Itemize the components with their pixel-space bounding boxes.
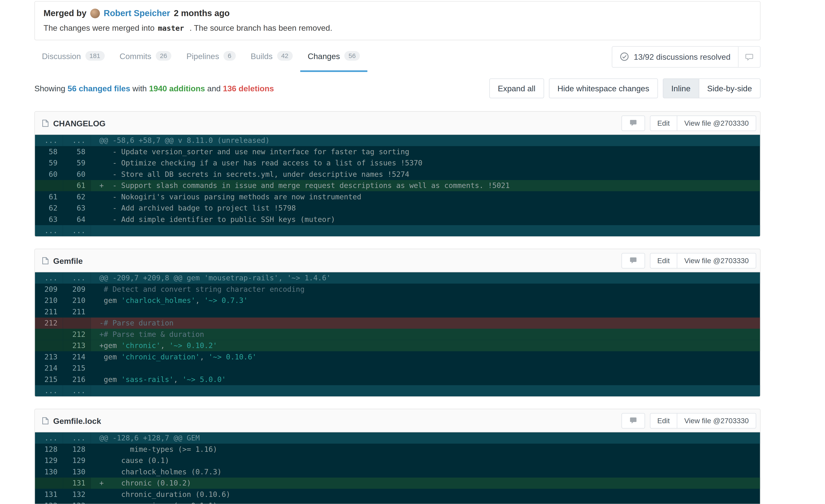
old-line-number[interactable]: ... [35, 432, 63, 444]
new-line-number[interactable]: 58 [63, 146, 91, 157]
file-title: Gemfile [42, 256, 83, 265]
merge-note-pre: The changes were merged into [44, 23, 155, 32]
old-line-number[interactable]: 61 [35, 191, 63, 203]
file-diff-gemfile-lock: Gemfile.lock Edit View file @2703330 ...… [34, 409, 761, 504]
file-comment-button[interactable] [621, 115, 645, 131]
old-line-number[interactable] [35, 478, 63, 489]
inline-view-button[interactable]: Inline [663, 78, 699, 98]
new-line-number[interactable]: 133 [63, 500, 91, 504]
file-comment-button[interactable] [621, 253, 645, 268]
new-line-number[interactable]: 214 [63, 351, 91, 363]
diff-line-add: 213+gem 'chronic', '~> 0.10.2' [35, 340, 760, 352]
file-edit-button[interactable]: Edit [650, 115, 677, 131]
tab-commits[interactable]: Commits 26 [112, 42, 179, 72]
file-header: Gemfile Edit View file @2703330 [35, 249, 760, 272]
new-line-number[interactable]: 128 [63, 444, 91, 455]
new-line-number[interactable]: ... [63, 385, 91, 397]
old-line-number[interactable]: 132 [35, 500, 63, 504]
new-line-number[interactable]: 215 [63, 363, 91, 374]
old-line-number[interactable]: 58 [35, 146, 63, 157]
new-line-number[interactable]: ... [63, 135, 91, 146]
hide-whitespace-button[interactable]: Hide whitespace changes [549, 78, 658, 98]
tab-builds[interactable]: Builds 42 [243, 42, 300, 72]
old-line-number[interactable]: 63 [35, 214, 63, 225]
diff-line-ctx: 5959 - Optimize checking if a user has r… [35, 157, 760, 169]
old-line-number[interactable]: 60 [35, 169, 63, 180]
old-line-number[interactable]: 214 [35, 363, 63, 374]
target-branch: master [158, 24, 184, 32]
new-line-number[interactable]: 131 [63, 478, 91, 489]
new-line-number[interactable]: 130 [63, 466, 91, 478]
old-line-number[interactable]: 131 [35, 489, 63, 500]
old-line-number[interactable]: 210 [35, 295, 63, 306]
new-line-number[interactable]: 63 [63, 203, 91, 214]
new-line-number[interactable]: ... [63, 272, 91, 284]
old-line-number[interactable]: 209 [35, 284, 63, 295]
diff-code-cell: # Detect and convert string character en… [91, 284, 760, 295]
avatar[interactable] [90, 9, 100, 18]
old-line-number[interactable]: 129 [35, 455, 63, 466]
new-line-number[interactable]: 209 [63, 284, 91, 295]
diff-code-cell: gem 'sass-rails', '~> 5.0.0' [91, 374, 760, 385]
tab-count-badge: 181 [85, 51, 104, 61]
new-line-number[interactable]: 132 [63, 489, 91, 500]
merger-name-link[interactable]: Robert Speicher [104, 9, 170, 18]
new-line-number[interactable]: 216 [63, 374, 91, 385]
old-line-number[interactable]: 62 [35, 203, 63, 214]
diff-toolbar: Expand all Hide whitespace changes Inlin… [489, 78, 761, 98]
file-edit-button[interactable]: Edit [650, 253, 677, 268]
old-line-number[interactable] [35, 329, 63, 340]
new-line-number[interactable]: 129 [63, 455, 91, 466]
old-line-number[interactable]: 211 [35, 306, 63, 317]
old-line-number[interactable]: ... [35, 385, 63, 397]
file-comment-button[interactable] [621, 413, 645, 428]
old-line-number[interactable]: ... [35, 272, 63, 284]
old-line-number[interactable]: 213 [35, 351, 63, 363]
view-file-button[interactable]: View file @2703330 [677, 115, 756, 131]
old-line-number[interactable]: ... [35, 135, 63, 146]
new-line-number[interactable] [63, 317, 91, 329]
tab-discussion[interactable]: Discussion 181 [34, 42, 112, 72]
new-line-number[interactable]: 212 [63, 329, 91, 340]
diff-line-ctx: 210210 gem 'charlock_holmes', '~> 0.7.3' [35, 295, 760, 306]
view-file-button[interactable]: View file @2703330 [677, 253, 756, 268]
diff-line-hunk: ......@@ -58,6 +58,7 @@ v 8.11.0 (unrele… [35, 135, 760, 146]
diff-line-ctx: 215216 gem 'sass-rails', '~> 5.0.0' [35, 374, 760, 385]
new-line-number[interactable]: 64 [63, 214, 91, 225]
deletions-count: 136 deletions [223, 84, 274, 93]
expand-all-button[interactable]: Expand all [489, 78, 544, 98]
old-line-number[interactable]: 130 [35, 466, 63, 478]
old-line-number[interactable] [35, 180, 63, 192]
diff-code-cell [91, 225, 760, 236]
tab-pipelines[interactable]: Pipelines 6 [179, 42, 243, 72]
old-line-number[interactable]: 212 [35, 317, 63, 329]
new-line-number[interactable]: 210 [63, 295, 91, 306]
new-line-number[interactable]: ... [63, 225, 91, 236]
side-by-side-view-button[interactable]: Side-by-side [699, 78, 761, 98]
new-line-number[interactable]: ... [63, 432, 91, 444]
new-line-number[interactable]: 60 [63, 169, 91, 180]
diff-viewer: ......@@ -58,6 +58,7 @@ v 8.11.0 (unrele… [35, 135, 760, 236]
view-file-button[interactable]: View file @2703330 [677, 413, 756, 428]
comment-icon [745, 53, 754, 61]
file-diff-changelog: CHANGELOG Edit View file @2703330 ......… [34, 111, 761, 237]
new-line-number[interactable]: 211 [63, 306, 91, 317]
new-line-number[interactable]: 61 [63, 180, 91, 192]
file-edit-button[interactable]: Edit [650, 413, 677, 428]
old-line-number[interactable]: 59 [35, 157, 63, 169]
changed-files-link[interactable]: 56 changed files [67, 84, 130, 93]
jump-to-discussion-button[interactable] [738, 47, 760, 67]
diff-viewer: ......@@ -209,7 +209,8 @@ gem 'mousetrap… [35, 272, 760, 397]
old-line-number[interactable] [35, 340, 63, 352]
comment-icon [629, 416, 638, 425]
comment-icon [629, 256, 638, 265]
tab-changes[interactable]: Changes 56 [300, 42, 368, 72]
new-line-number[interactable]: 62 [63, 191, 91, 203]
old-line-number[interactable]: ... [35, 225, 63, 236]
diff-code-cell: @@ -128,6 +128,7 @@ GEM [91, 432, 760, 444]
diff-code-cell: @@ -209,7 +209,8 @@ gem 'mousetrap-rails… [91, 272, 760, 284]
new-line-number[interactable]: 59 [63, 157, 91, 169]
old-line-number[interactable]: 215 [35, 374, 63, 385]
old-line-number[interactable]: 128 [35, 444, 63, 455]
new-line-number[interactable]: 213 [63, 340, 91, 352]
